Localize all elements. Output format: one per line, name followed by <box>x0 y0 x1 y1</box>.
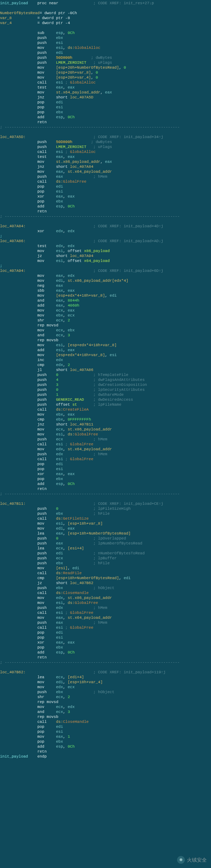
label-407A84: loc_407A84: <box>0 224 26 228</box>
separator: ; --------------------------------------… <box>0 660 180 664</box>
disassembly-listing: init_payload proc near ; CODE XREF: init… <box>0 0 211 780</box>
label-407B11: loc_407B11: <box>0 502 26 506</box>
label-407A86: loc_407A86: <box>0 239 26 243</box>
label-407A94: loc_407A94: <box>0 269 26 273</box>
proc-end-label: init_payload <box>0 754 28 759</box>
proc-label: init_payload <box>0 1 28 5</box>
separator: ; --------------------------------------… <box>0 125 180 129</box>
label-407A5D: loc_407A5D: <box>0 135 26 139</box>
separator: ; --------------------------------------… <box>0 492 180 496</box>
var-nbr: NumberOfBytesRead <box>0 11 40 15</box>
label-407B62: loc_407B62: <box>0 670 26 674</box>
var-8: var_8 <box>0 16 12 20</box>
var-4: var_4 <box>0 21 12 25</box>
separator: ; --------------------------------------… <box>0 214 180 218</box>
